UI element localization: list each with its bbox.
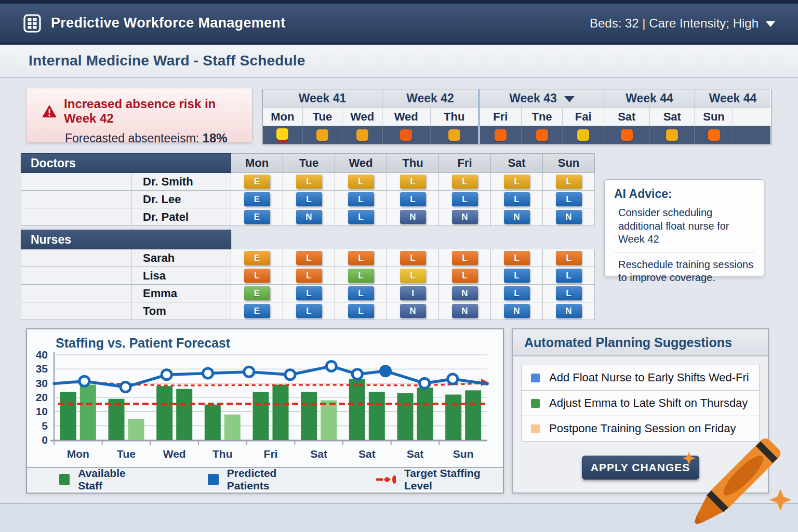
- shift-chip[interactable]: N: [556, 210, 582, 224]
- shift-cell-sun: L: [543, 249, 595, 267]
- suggestion-text: Add Float Nurse to Early Shifts Wed-Fri: [549, 371, 749, 384]
- week-tab[interactable]: Week 41: [263, 89, 382, 108]
- table-row: Dr. PatelENLNNNN: [21, 208, 595, 226]
- shift-cell-tue: L: [283, 249, 335, 267]
- shift-chip[interactable]: E: [244, 304, 270, 318]
- suggestion-item[interactable]: Adjust Emma to Late Shift on Thursday: [521, 390, 760, 416]
- shift-chip[interactable]: L: [556, 251, 582, 265]
- week-strip: Week 41MonTueWedWeek 42WedThuWeek 43FriT…: [262, 89, 772, 144]
- shift-chip[interactable]: L: [504, 175, 530, 189]
- shift-chip[interactable]: L: [452, 175, 478, 189]
- legend-label: Available Staff: [78, 467, 147, 492]
- shift-chip[interactable]: L: [452, 269, 478, 283]
- shift-chip[interactable]: L: [296, 286, 322, 300]
- shift-chip[interactable]: L: [400, 175, 426, 189]
- shift-chip[interactable]: L: [348, 286, 374, 300]
- shift-chip[interactable]: N: [556, 304, 582, 318]
- shift-chip[interactable]: N: [504, 304, 530, 318]
- week-square-cell: [695, 126, 733, 144]
- shift-chip[interactable]: N: [452, 286, 478, 300]
- shift-chip[interactable]: L: [556, 269, 582, 283]
- shift-cell-thu: I: [387, 285, 439, 302]
- shift-chip[interactable]: L: [348, 192, 374, 206]
- shift-chip[interactable]: E: [244, 192, 270, 206]
- shift-cell-thu: L: [387, 173, 439, 191]
- week-day-row: WedThu: [382, 108, 478, 126]
- staffing-chart: 051020303540MonTueWedThuFriSatSatSatSun: [27, 351, 503, 467]
- week-tab-label: Week 44: [626, 91, 673, 105]
- shift-chip[interactable]: L: [504, 251, 530, 265]
- page-header: Internal Medicine Ward - Staff Schedule: [0, 45, 798, 78]
- shift-chip[interactable]: L: [348, 251, 374, 265]
- shift-chip[interactable]: E: [244, 175, 270, 189]
- shift-chip[interactable]: N: [452, 304, 478, 318]
- shift-chip[interactable]: L: [452, 192, 478, 206]
- week-group: Week 43FriTneFai: [478, 89, 604, 144]
- shift-chip[interactable]: L: [244, 269, 270, 283]
- shift-cell-wed: L: [335, 191, 387, 208]
- legend-dash-dot-icon: [376, 475, 396, 484]
- table-row: Dr. SmithELLLLLL: [21, 173, 595, 191]
- week-square-row: [480, 126, 604, 144]
- caret-down-icon[interactable]: [564, 96, 575, 102]
- shift-cell-sat: L: [491, 267, 543, 285]
- shift-cell-thu: L: [387, 267, 439, 285]
- shift-chip[interactable]: E: [244, 286, 270, 300]
- shift-chip[interactable]: E: [244, 210, 270, 224]
- shift-chip[interactable]: N: [400, 210, 426, 224]
- week-tab[interactable]: Week 42: [382, 89, 478, 108]
- week-tab[interactable]: Week 44: [604, 89, 695, 108]
- ward-status-dropdown[interactable]: Beds: 32 | Care Intensity; High: [590, 16, 775, 31]
- week-day-row: FriTneFai: [480, 108, 604, 126]
- shift-chip[interactable]: L: [400, 269, 426, 283]
- shift-status-square: [316, 129, 328, 141]
- week-day-label: Sat: [604, 108, 650, 126]
- footer-band: [0, 504, 798, 532]
- shift-chip[interactable]: L: [504, 286, 530, 300]
- shift-cell-thu: N: [387, 208, 439, 226]
- schedule-table: DoctorsMonTueWedThuFriSatSunDr. SmithELL…: [21, 153, 595, 320]
- shift-chip[interactable]: L: [452, 251, 478, 265]
- week-tab[interactable]: Week 43: [480, 89, 604, 108]
- week-tab[interactable]: Week 44: [695, 89, 770, 108]
- suggestion-item[interactable]: Postpone Training Session on Friday: [521, 416, 760, 442]
- shift-cell-sun: L: [543, 173, 595, 191]
- shift-chip[interactable]: E: [244, 251, 270, 265]
- app-header: Predictive Workforce Management Beds: 32…: [0, 0, 798, 45]
- shift-chip[interactable]: L: [504, 269, 530, 283]
- shift-chip[interactable]: L: [296, 304, 322, 318]
- shift-chip[interactable]: I: [400, 286, 426, 300]
- schedule-group-header-row: DoctorsMonTueWedThuFriSatSun: [21, 153, 595, 173]
- week-group: Week 42WedThu: [382, 89, 478, 144]
- shift-chip[interactable]: L: [504, 192, 530, 206]
- shift-chip[interactable]: L: [296, 192, 322, 206]
- shift-cell-fri: N: [439, 208, 491, 226]
- shift-chip[interactable]: L: [348, 210, 374, 224]
- shift-chip[interactable]: L: [556, 192, 582, 206]
- week-day-label: Fai: [563, 108, 604, 126]
- shift-cell-mon: E: [231, 173, 283, 191]
- shift-chip[interactable]: L: [556, 175, 582, 189]
- shift-chip[interactable]: N: [452, 210, 478, 224]
- week-group: Week 44SatSat: [604, 89, 695, 144]
- shift-chip[interactable]: L: [348, 269, 374, 283]
- apply-changes-button[interactable]: APPLY CHANGES: [582, 456, 699, 480]
- shift-cell-fri: L: [439, 249, 491, 267]
- week-day-label: Wed: [382, 108, 431, 126]
- shift-chip[interactable]: N: [504, 210, 530, 224]
- shift-chip[interactable]: L: [296, 251, 322, 265]
- square-underline: [277, 140, 288, 142]
- shift-chip[interactable]: L: [348, 304, 374, 318]
- shift-chip[interactable]: L: [400, 251, 426, 265]
- shift-cell-sun: N: [543, 208, 595, 226]
- shift-chip[interactable]: L: [400, 192, 426, 206]
- shift-chip[interactable]: L: [296, 269, 322, 283]
- shift-chip[interactable]: L: [296, 175, 322, 189]
- suggestion-item[interactable]: Add Float Nurse to Early Shifts Wed-Fri: [521, 365, 760, 391]
- svg-text:Sat: Sat: [407, 448, 424, 460]
- shift-chip[interactable]: N: [296, 210, 322, 224]
- shift-cell-fri: L: [439, 267, 491, 285]
- shift-chip[interactable]: L: [556, 286, 582, 300]
- shift-chip[interactable]: N: [400, 304, 426, 318]
- shift-chip[interactable]: L: [348, 175, 374, 189]
